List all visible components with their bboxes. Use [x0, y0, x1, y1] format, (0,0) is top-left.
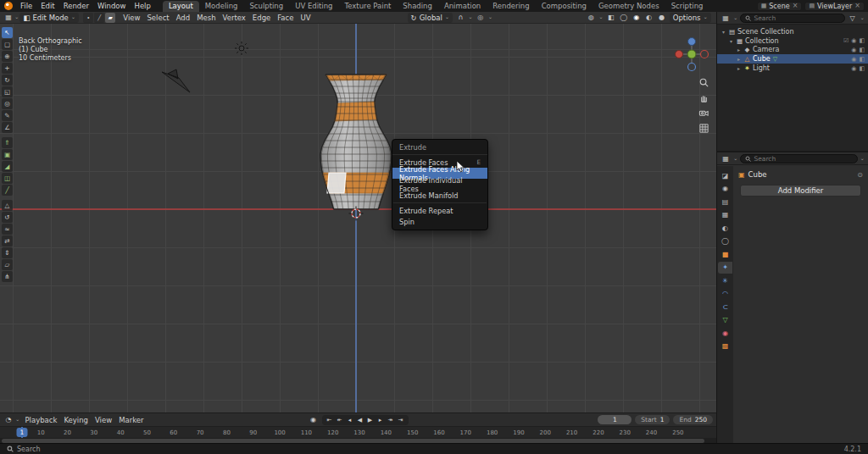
- properties-tab-object[interactable]: ■: [718, 248, 732, 260]
- rip-region-tool[interactable]: ⋔: [2, 271, 13, 282]
- expand-arrow-icon[interactable]: ▾: [720, 29, 727, 35]
- properties-tab-scene[interactable]: ◐: [718, 222, 732, 234]
- editor-type-button[interactable]: ▦: [3, 14, 14, 21]
- navigation-gizmo[interactable]: [672, 35, 711, 75]
- hide-viewport-icon[interactable]: ◉: [851, 47, 856, 53]
- expand-arrow-icon[interactable]: ▸: [735, 56, 743, 62]
- menu-uv[interactable]: UV: [298, 14, 314, 22]
- playhead[interactable]: 1: [17, 428, 28, 437]
- shading-material-icon[interactable]: ◐: [644, 14, 654, 21]
- menu-edge[interactable]: Edge: [249, 14, 274, 22]
- properties-search-input[interactable]: [754, 155, 852, 163]
- add-modifier-button[interactable]: Add Modifier: [740, 185, 861, 197]
- properties-tab-material[interactable]: ◉: [718, 327, 732, 339]
- bevel-tool[interactable]: ◢: [2, 161, 13, 172]
- shading-solid-icon[interactable]: ◉: [632, 14, 642, 21]
- scale-tool[interactable]: ◱: [2, 86, 13, 97]
- properties-tab-object-data[interactable]: ▽: [718, 314, 732, 326]
- proportional-editing-icon[interactable]: ◎: [476, 14, 486, 21]
- outliner-item-camera[interactable]: ▸◆Camera◉◧: [717, 46, 868, 55]
- shear-tool[interactable]: ▱: [2, 259, 13, 270]
- menu-select[interactable]: Select: [143, 14, 172, 22]
- disable-render-icon[interactable]: ◧: [859, 47, 865, 53]
- loop-cut-tool[interactable]: ◫: [2, 173, 13, 184]
- menu-window[interactable]: Window: [93, 0, 131, 12]
- prev-keyframe-button[interactable]: ↞: [336, 416, 344, 424]
- next-keyframe-button[interactable]: ↠: [387, 416, 395, 424]
- zoom-button[interactable]: [698, 76, 710, 89]
- auto-keying-toggle[interactable]: ◉: [309, 416, 319, 424]
- menu-render[interactable]: Render: [59, 0, 93, 12]
- properties-tab-particles[interactable]: ✳: [718, 274, 732, 286]
- edge-slide-tool[interactable]: ⇄: [2, 235, 13, 246]
- outliner-search-input[interactable]: [754, 14, 839, 22]
- menu-item-extrude-individual-faces[interactable]: Extrude Individual Faces: [392, 179, 487, 190]
- workspace-tab-compositing[interactable]: Compositing: [536, 1, 593, 12]
- menu-vertex[interactable]: Vertex: [220, 14, 249, 22]
- tweak-tool[interactable]: ↖: [2, 27, 13, 38]
- properties-tab-output[interactable]: ▤: [718, 196, 732, 208]
- menu-mesh[interactable]: Mesh: [193, 14, 219, 22]
- light-object[interactable]: [233, 40, 250, 58]
- workspace-tab-scripting[interactable]: Scripting: [665, 1, 709, 12]
- outliner-item-cube[interactable]: ▸△Cube▽◉◧: [717, 54, 868, 64]
- properties-tab-modifiers[interactable]: ✦: [718, 262, 732, 274]
- disable-render-icon[interactable]: ◧: [859, 37, 865, 44]
- overlays-icon[interactable]: ◍: [586, 14, 596, 21]
- blender-logo-icon[interactable]: [4, 2, 13, 10]
- disable-render-icon[interactable]: ◧: [859, 65, 865, 72]
- spin-tool[interactable]: ↺: [2, 212, 13, 223]
- editor-type-button[interactable]: ◔: [3, 416, 14, 424]
- menu-face[interactable]: Face: [274, 14, 297, 22]
- disable-render-icon[interactable]: ◧: [859, 56, 865, 63]
- selectable-checkbox-icon[interactable]: ☑: [843, 37, 849, 44]
- properties-tab-physics[interactable]: ◠: [718, 288, 732, 300]
- workspace-tab-animation[interactable]: Animation: [438, 1, 487, 12]
- properties-search[interactable]: [740, 154, 857, 163]
- workspace-tab-sculpting[interactable]: Sculpting: [243, 1, 289, 12]
- play-button[interactable]: ▶: [366, 416, 375, 424]
- filter-icon[interactable]: ▽: [848, 14, 858, 22]
- menu-playback[interactable]: Playback: [21, 416, 60, 424]
- pin-icon[interactable]: ⊙: [857, 171, 863, 179]
- workspace-tab-shading[interactable]: Shading: [397, 1, 438, 12]
- smooth-tool[interactable]: ≈: [2, 224, 13, 235]
- workspace-tab-layout[interactable]: Layout: [163, 1, 199, 12]
- workspace-tab-uv-editing[interactable]: UV Editing: [289, 1, 338, 12]
- expand-arrow-icon[interactable]: ▸: [735, 65, 743, 71]
- pan-view-button[interactable]: [698, 91, 710, 104]
- outliner-item-scene-collection[interactable]: ▾▤Scene Collection: [717, 27, 868, 36]
- menu-marker[interactable]: Marker: [115, 416, 147, 424]
- shading-rendered-icon[interactable]: ●: [657, 14, 667, 21]
- annotate-tool[interactable]: ✎: [2, 110, 13, 121]
- properties-tab-view-layer[interactable]: ▦: [718, 209, 732, 221]
- hide-viewport-icon[interactable]: ◉: [851, 56, 856, 63]
- properties-tab-constraints[interactable]: ⊂: [718, 301, 732, 313]
- 3d-viewport[interactable]: ↖▢⊕+↻◱◎✎∠⇑▣◢◫╱△↺≈⇄⇕▱⋔ Back Orthographic …: [0, 24, 716, 412]
- scene-unlink-icon[interactable]: ×: [793, 3, 798, 9]
- toggle-perspective-button[interactable]: [698, 122, 710, 135]
- shading-wireframe-icon[interactable]: ◯: [619, 14, 629, 21]
- menu-help[interactable]: Help: [130, 0, 154, 12]
- face-select-mode-button[interactable]: ▰: [105, 13, 115, 23]
- xray-toggle-icon[interactable]: ◧: [606, 14, 616, 21]
- snap-magnet-icon[interactable]: ∩: [455, 14, 465, 21]
- select-box-tool[interactable]: ▢: [2, 39, 13, 50]
- cursor-tool[interactable]: ⊕: [2, 51, 13, 62]
- hide-viewport-icon[interactable]: ◉: [851, 37, 856, 44]
- frame-ruler[interactable]: 1 10203040506070809010011012013014015016…: [0, 426, 716, 438]
- workspace-tab-rendering[interactable]: Rendering: [487, 1, 535, 12]
- properties-tab-texture[interactable]: ▩: [718, 340, 732, 352]
- play-reverse-button[interactable]: ◀: [356, 416, 364, 424]
- menu-keying[interactable]: Keying: [60, 416, 92, 424]
- inset-faces-tool[interactable]: ▣: [2, 149, 13, 160]
- viewlayer-remove-icon[interactable]: ×: [854, 3, 860, 9]
- knife-tool[interactable]: ╱: [2, 185, 13, 196]
- edge-select-mode-button[interactable]: ╱: [94, 13, 104, 23]
- camera-view-button[interactable]: [698, 107, 710, 119]
- properties-tab-world[interactable]: ◯: [718, 235, 732, 247]
- poly-build-tool[interactable]: △: [2, 200, 13, 211]
- editor-type-button[interactable]: ▦: [721, 155, 731, 163]
- viewlayer-selector[interactable]: ▤ ViewLayer ×: [804, 2, 865, 11]
- next-frame-button[interactable]: ▸: [376, 416, 385, 424]
